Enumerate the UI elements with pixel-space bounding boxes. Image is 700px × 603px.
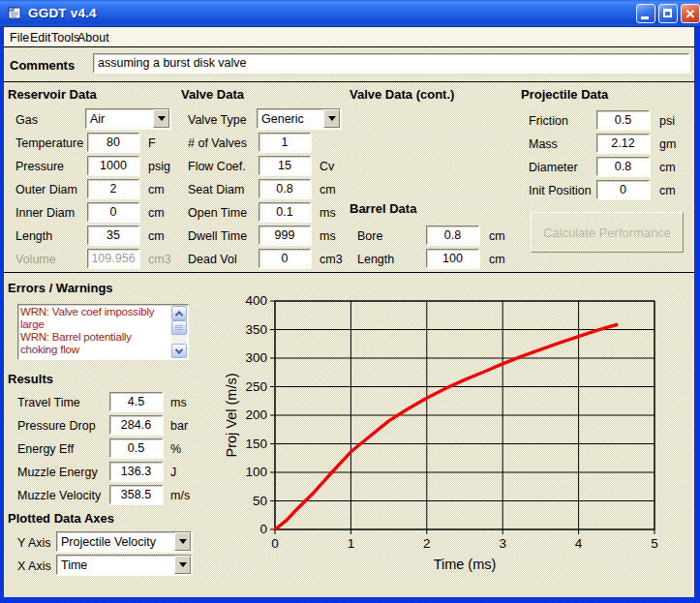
bore-unit: cm <box>489 229 505 243</box>
mass-input[interactable] <box>596 134 650 153</box>
dead-vol-label: Dead Vol <box>188 253 237 266</box>
chevron-down-icon <box>158 116 166 121</box>
y-tick-label: 300 <box>245 350 267 365</box>
barrel-length-input[interactable] <box>426 249 479 268</box>
flow-coef-input[interactable] <box>259 156 311 175</box>
valve-type-dropdown-button[interactable] <box>323 109 340 128</box>
dwell-time-unit: ms <box>320 229 336 243</box>
seat-diam-label: Seat Diam <box>188 183 244 196</box>
diameter-label: Diameter <box>529 161 578 174</box>
x-tick-label: 0 <box>271 536 279 551</box>
chevron-down-icon <box>328 116 336 121</box>
volume-input <box>87 249 139 268</box>
inner-diam-unit: cm <box>148 206 165 220</box>
y-tick-label: 0 <box>259 522 267 536</box>
y-axis-label: Y Axis <box>17 536 51 550</box>
menu-edit[interactable]: Edit <box>30 31 51 45</box>
menu-file[interactable]: File <box>10 31 29 45</box>
x-tick-label: 5 <box>651 536 658 551</box>
app-window: { "window": { "title": "GGDT v4.4" }, "i… <box>0 0 700 603</box>
barrel-length-unit: cm <box>489 253 505 266</box>
scroll-down-button[interactable] <box>171 344 187 358</box>
inner-diam-label: Inner Diam <box>15 206 75 220</box>
x-tick-label: 3 <box>499 536 506 551</box>
y-tick-label: 350 <box>245 322 267 337</box>
x-axis-label: X Axis <box>17 559 51 573</box>
seat-diam-input[interactable] <box>259 179 311 198</box>
menu-about[interactable]: About <box>77 31 109 45</box>
y-axis-select[interactable]: Projectile Velocity <box>56 531 192 552</box>
chevron-down-icon <box>175 346 183 353</box>
temperature-input[interactable] <box>87 133 139 152</box>
gas-value: Air <box>86 112 153 126</box>
menu-tools[interactable]: Tools <box>51 31 79 45</box>
y-axis-title: Proj Vel (m/s) <box>224 373 239 457</box>
scroll-up-button[interactable] <box>171 306 187 320</box>
valve-cont-header: Valve Data (cont.) <box>350 87 454 102</box>
muzzle-velocity-label: Muzzle Velocity <box>17 489 101 502</box>
y-tick-label: 250 <box>245 379 267 394</box>
calculate-performance-button[interactable]: Calculate Performance <box>531 212 684 253</box>
close-button[interactable]: ✕ <box>681 4 700 23</box>
x-axis-value: Time <box>57 558 174 572</box>
velocity-curve <box>275 325 617 530</box>
mass-unit: gm <box>659 137 676 151</box>
warning-item[interactable]: WRN: Barrel potentially choking flow <box>20 331 171 356</box>
friction-label: Friction <box>529 114 568 128</box>
res-length-label: Length <box>15 229 52 243</box>
open-time-input[interactable] <box>259 202 311 222</box>
window-title: GGDT v4.4 <box>28 6 97 20</box>
friction-input[interactable] <box>596 110 650 130</box>
inner-diam-input[interactable] <box>87 202 139 222</box>
volume-label: Volume <box>15 253 56 266</box>
maximize-button[interactable] <box>658 4 678 23</box>
bore-input[interactable] <box>426 226 479 245</box>
flow-coef-unit: Cv <box>320 160 334 173</box>
init-position-input[interactable] <box>596 180 650 199</box>
muzzle-energy-label: Muzzle Energy <box>17 466 98 479</box>
chevron-down-icon <box>179 539 187 544</box>
gas-dropdown-button[interactable] <box>153 109 169 128</box>
muzzle-velocity-unit: m/s <box>170 489 190 502</box>
dwell-time-input[interactable] <box>259 226 311 245</box>
temperature-unit: F <box>148 136 156 150</box>
x-axis-select[interactable]: Time <box>56 555 192 575</box>
y-tick-label: 100 <box>245 465 267 479</box>
y-tick-label: 400 <box>245 293 267 308</box>
flow-coef-label: Flow Coef. <box>188 160 246 173</box>
outer-diam-input[interactable] <box>87 179 139 198</box>
pressure-input[interactable] <box>87 156 139 175</box>
scrollbar-thumb[interactable] <box>171 320 187 335</box>
errors-listbox[interactable]: WRN: Valve coef impossibly large WRN: Ba… <box>17 304 189 360</box>
gas-select[interactable]: Air <box>85 108 170 129</box>
chevron-up-icon <box>175 311 183 318</box>
res-length-input[interactable] <box>87 226 139 245</box>
seat-diam-unit: cm <box>320 183 336 196</box>
diameter-input[interactable] <box>596 157 650 176</box>
y-axis-dropdown-button[interactable] <box>174 532 191 551</box>
errors-scrollbar[interactable] <box>171 306 187 358</box>
open-time-unit: ms <box>320 206 336 220</box>
x-tick-label: 4 <box>575 536 583 551</box>
comments-row: Comments <box>4 48 694 82</box>
y-tick-label: 200 <box>245 407 267 422</box>
close-icon: ✕ <box>682 6 699 23</box>
open-time-label: Open Time <box>188 206 247 220</box>
window-border-right <box>694 27 700 603</box>
plotted-axes-header: Plotted Data Axes <box>8 511 114 526</box>
dead-vol-input[interactable] <box>259 249 311 268</box>
x-axis-dropdown-button[interactable] <box>174 556 191 574</box>
comments-input[interactable] <box>93 53 689 73</box>
valve-type-value: Generic <box>258 112 323 126</box>
warning-item[interactable]: WRN: Valve coef impossibly large <box>20 306 171 331</box>
valve-type-select[interactable]: Generic <box>257 108 341 129</box>
titlebar[interactable]: GGDT v4.4 ✕ <box>0 0 700 27</box>
outer-diam-unit: cm <box>148 183 165 196</box>
temperature-label: Temperature <box>15 136 83 150</box>
warning-item[interactable]: WRN: Barrel choking flow <box>20 356 171 358</box>
bore-label: Bore <box>357 229 382 243</box>
y-tick-label: 150 <box>245 437 267 451</box>
num-valves-input[interactable] <box>259 133 311 152</box>
muzzle-velocity-value <box>109 485 163 504</box>
minimize-button[interactable] <box>636 4 655 23</box>
